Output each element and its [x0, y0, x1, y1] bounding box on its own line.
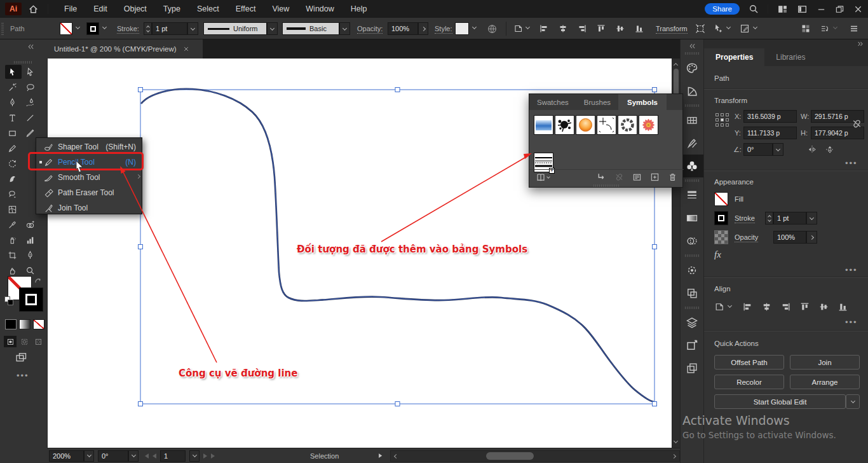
document-tab[interactable]: Untitled-1* @ 200 % (CMYK/Preview): [48, 39, 203, 59]
rotate-angle-field[interactable]: 0°: [743, 143, 773, 156]
appearance-fill-swatch[interactable]: [714, 192, 728, 206]
gradient-tool-icon[interactable]: [21, 247, 39, 263]
reference-point-locator[interactable]: [715, 113, 729, 127]
graphic-styles-panel-icon[interactable]: [681, 282, 703, 305]
align-bottom-icon[interactable]: [634, 24, 644, 34]
color-guide-panel-icon[interactable]: [681, 79, 703, 102]
dock-expand-icon[interactable]: [857, 40, 864, 48]
tab-brushes[interactable]: Brushes: [576, 99, 618, 106]
close-button[interactable]: [853, 4, 863, 14]
menu-help[interactable]: Help: [342, 4, 376, 13]
edit-toolbar-icon[interactable]: •••: [17, 374, 29, 378]
select-similar-icon[interactable]: [713, 24, 723, 34]
prev-artboard-icon[interactable]: [153, 453, 156, 459]
menu-file[interactable]: File: [56, 4, 85, 13]
transparency-panel-icon[interactable]: [681, 230, 703, 252]
symbol-ink-splat[interactable]: [555, 115, 574, 135]
flip-vertical-icon[interactable]: [825, 144, 835, 155]
color-panel-icon[interactable]: [681, 57, 703, 79]
flyout-item-path-eraser-tool[interactable]: Path Eraser Tool: [36, 185, 142, 200]
link-width-height-icon[interactable]: [851, 118, 862, 129]
screen-mode-icon[interactable]: [14, 351, 28, 364]
align-center-vertical-icon[interactable]: [615, 24, 625, 34]
dock-group-grip-5[interactable]: [685, 307, 699, 309]
symbol-orange-orb[interactable]: [576, 115, 595, 135]
appearance-opacity-expand[interactable]: [806, 231, 817, 244]
default-fill-stroke-icon[interactable]: [4, 296, 13, 305]
menu-type[interactable]: Type: [155, 4, 189, 13]
fill-chevron-icon[interactable]: [76, 25, 80, 29]
search-icon[interactable]: [749, 4, 759, 14]
panel-align-top-icon[interactable]: [799, 301, 810, 312]
tab-properties[interactable]: Properties: [704, 48, 764, 66]
offset-path-button[interactable]: Offset Path: [714, 355, 784, 370]
symbol-options-icon[interactable]: [632, 172, 642, 182]
arrange-documents-chevron-icon[interactable]: [833, 25, 837, 29]
start-global-edit-button[interactable]: Start Global Edit: [714, 394, 846, 409]
workspace-switcher-icon[interactable]: [777, 4, 788, 15]
symbol-libraries-chevron[interactable]: [546, 175, 550, 179]
dock-group-grip-1[interactable]: [685, 52, 699, 55]
break-link-icon[interactable]: [614, 172, 624, 182]
none-mode-button[interactable]: [33, 319, 44, 329]
pen-tool-icon[interactable]: [3, 95, 21, 110]
symbol-blue-gradient-banner[interactable]: [534, 115, 553, 135]
opacity-field[interactable]: 100%: [388, 22, 418, 35]
draw-normal-button[interactable]: [4, 336, 17, 347]
draw-behind-button[interactable]: [18, 336, 31, 347]
magic-wand-tool-icon[interactable]: [3, 79, 21, 95]
style-swatch[interactable]: [455, 22, 469, 35]
stroke-color-swatch[interactable]: [86, 22, 99, 35]
asset-export-panel-icon[interactable]: [681, 357, 703, 380]
swap-fill-stroke-icon[interactable]: [33, 276, 43, 286]
select-artboard-icon[interactable]: [513, 24, 524, 34]
panel-align-center-vertical-icon[interactable]: [818, 301, 829, 312]
scroll-left-icon[interactable]: [394, 453, 398, 458]
align-right-icon[interactable]: [577, 24, 587, 34]
new-symbol-icon[interactable]: [650, 172, 660, 182]
menu-window[interactable]: Window: [297, 4, 342, 13]
menu-object[interactable]: Object: [116, 4, 155, 13]
align-more-options[interactable]: •••: [845, 321, 858, 324]
scroll-up-icon[interactable]: [674, 63, 678, 67]
document-tab-close-icon[interactable]: [183, 46, 189, 52]
x-field[interactable]: 316.5039 p: [743, 110, 797, 123]
pencil-tool-icon[interactable]: [3, 141, 21, 156]
brush-definition-dropdown[interactable]: [339, 22, 350, 35]
gradient-mode-button[interactable]: [19, 319, 31, 329]
start-global-edit-dropdown[interactable]: [846, 394, 860, 409]
free-transform-tool-icon[interactable]: [3, 171, 21, 186]
symbols-panel-resize-grip[interactable]: [593, 184, 619, 187]
workspace-grid-icon[interactable]: [801, 24, 811, 34]
appearance-more-options[interactable]: •••: [845, 268, 858, 272]
tab-libraries[interactable]: Libraries: [764, 48, 817, 66]
lasso-tool-icon[interactable]: [21, 79, 39, 95]
stroke-weight-label[interactable]: Stroke:: [117, 25, 139, 34]
restore-button[interactable]: [835, 4, 844, 14]
status-text[interactable]: Selection: [310, 452, 339, 460]
blend-tool-icon[interactable]: [21, 217, 39, 232]
zoom-level-dropdown[interactable]: [84, 450, 94, 462]
dock-group-grip-3[interactable]: [685, 179, 699, 182]
align-to-selection-icon[interactable]: [714, 301, 725, 312]
appearance-stroke-field[interactable]: 1 pt: [773, 212, 806, 225]
style-chevron-icon[interactable]: [472, 25, 477, 29]
document-layout-icon[interactable]: [797, 4, 808, 15]
appearance-opacity-label[interactable]: Opacity: [735, 233, 758, 242]
draw-inside-button[interactable]: [32, 336, 44, 347]
symbol-gerbera-flower[interactable]: [639, 115, 658, 135]
zoom-level-field[interactable]: 200%: [49, 450, 84, 462]
stroke-weight-stepper[interactable]: [144, 22, 152, 35]
scroll-down-icon[interactable]: [674, 439, 678, 443]
first-artboard-icon[interactable]: [145, 453, 149, 459]
align-top-icon[interactable]: [596, 24, 606, 34]
menu-view[interactable]: View: [264, 4, 297, 13]
stroke-panel-icon[interactable]: [681, 184, 703, 207]
menu-select[interactable]: Select: [189, 4, 227, 13]
color-mode-button[interactable]: [5, 319, 17, 329]
share-button[interactable]: Share: [705, 3, 740, 15]
dock-group-grip-4[interactable]: [685, 254, 699, 257]
status-play-icon[interactable]: [377, 452, 384, 459]
last-artboard-icon[interactable]: [211, 453, 215, 459]
place-symbol-instance-icon[interactable]: [597, 172, 606, 182]
